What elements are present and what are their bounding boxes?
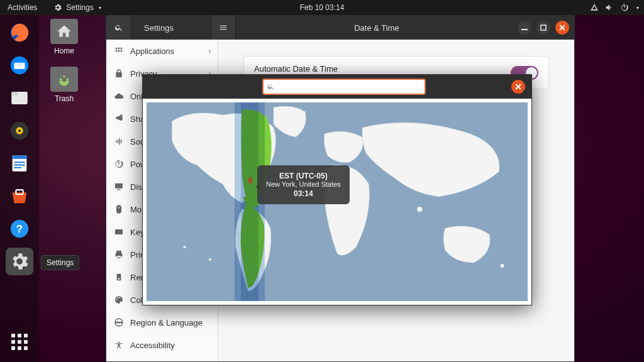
dock-help[interactable]: ? xyxy=(6,215,33,243)
chevron-down-icon: ▾ xyxy=(99,5,101,11)
svg-rect-15 xyxy=(521,29,528,30)
dock-tooltip: Settings xyxy=(41,255,79,270)
window-minimize-button[interactable] xyxy=(518,21,531,35)
window-close-button[interactable] xyxy=(555,21,569,35)
home-folder-icon xyxy=(50,19,78,44)
removable-icon xyxy=(114,272,124,282)
timezone-search-field[interactable] xyxy=(262,79,426,95)
timezone-search-input[interactable] xyxy=(277,82,421,91)
dock-settings[interactable]: Settings xyxy=(6,248,33,275)
timezone-dialog: EST (UTC-05) New York, United States 03:… xyxy=(142,74,532,305)
svg-rect-16 xyxy=(541,25,546,30)
dock-firefox[interactable] xyxy=(6,19,33,47)
desktop-label: Trash xyxy=(55,94,74,103)
dialog-close-button[interactable] xyxy=(511,80,525,94)
row-title: Automatic Date & Time xyxy=(254,64,338,74)
app-menu-label: Settings xyxy=(66,3,93,12)
window-headerbar: Settings Date & Time xyxy=(106,16,574,40)
power-tray-icon xyxy=(620,3,629,12)
share-icon xyxy=(114,114,124,124)
hamburger-menu-button[interactable] xyxy=(211,16,236,40)
dock-rhythmbox[interactable] xyxy=(6,117,33,145)
desktop-trash[interactable]: Trash xyxy=(45,67,83,103)
dialog-headerbar xyxy=(143,75,531,99)
desktop-label: Home xyxy=(54,47,74,55)
sidebar-item-label: Applications xyxy=(130,47,174,56)
volume-icon xyxy=(605,3,614,12)
display-icon xyxy=(114,182,124,192)
svg-point-6 xyxy=(18,129,21,132)
svg-point-17 xyxy=(501,264,504,268)
svg-rect-9 xyxy=(14,162,25,163)
dock-ubuntu-software[interactable] xyxy=(6,182,33,210)
gnome-topbar: Activities Settings ▾ Feb 10 03:14 ▾ xyxy=(0,0,644,15)
accessibility-icon xyxy=(114,340,124,350)
svg-rect-11 xyxy=(14,167,21,168)
search-icon xyxy=(267,83,275,90)
svg-rect-10 xyxy=(14,164,25,165)
window-maximize-button[interactable] xyxy=(536,21,550,35)
trash-icon xyxy=(50,67,78,92)
dock-libreoffice-writer[interactable] xyxy=(6,150,33,177)
popover-tzname: EST (UTC-05) xyxy=(266,172,341,180)
gear-icon xyxy=(53,3,62,12)
sidebar-item-label: Accessibility xyxy=(130,341,175,350)
mouse-icon xyxy=(114,204,124,214)
cloud-icon xyxy=(114,91,124,101)
svg-rect-3 xyxy=(11,92,18,96)
apps-icon xyxy=(114,46,124,56)
svg-point-20 xyxy=(184,246,186,248)
timezone-map[interactable]: EST (UTC-05) New York, United States 03:… xyxy=(147,102,528,301)
apps-grid-icon xyxy=(11,334,28,350)
svg-point-18 xyxy=(417,207,422,212)
svg-rect-8 xyxy=(13,155,27,159)
sidebar-title: Settings xyxy=(144,23,174,33)
keyboard-icon xyxy=(114,227,124,237)
ubuntu-dock: ? Settings xyxy=(0,15,39,362)
chevron-down-icon: ▾ xyxy=(636,5,639,11)
dock-files[interactable] xyxy=(6,84,33,112)
svg-text:?: ? xyxy=(16,223,23,235)
chevron-right-icon: › xyxy=(208,46,211,56)
window-title: Date & Time xyxy=(236,23,518,33)
timezone-popover: EST (UTC-05) New York, United States 03:… xyxy=(257,165,350,204)
topbar-tray[interactable]: ▾ xyxy=(590,3,639,12)
region-icon xyxy=(114,317,124,327)
sidebar-item-applications[interactable]: Applications› xyxy=(106,40,218,62)
svg-point-19 xyxy=(209,258,211,261)
power-icon xyxy=(114,159,124,169)
timezone-band-inner xyxy=(241,102,258,301)
sound-icon xyxy=(114,136,124,146)
sidebar-item-region-language[interactable]: Region & Language xyxy=(106,311,218,334)
printer-icon xyxy=(114,250,124,260)
popover-time: 03:14 xyxy=(266,189,341,198)
lock-icon xyxy=(114,69,124,79)
popover-location: New York, United States xyxy=(266,180,341,188)
desktop-home[interactable]: Home xyxy=(45,19,83,55)
sidebar-item-label: Region & Language xyxy=(130,318,203,327)
activities-button[interactable]: Activities xyxy=(5,3,40,12)
network-icon xyxy=(590,3,599,12)
color-icon xyxy=(114,295,124,305)
sidebar-item-users[interactable]: Users xyxy=(106,356,218,361)
headerbar-search-button[interactable] xyxy=(106,16,131,40)
topbar-clock[interactable]: Feb 10 03:14 xyxy=(297,3,347,12)
show-applications-button[interactable] xyxy=(6,328,33,356)
dock-thunderbird[interactable] xyxy=(6,52,33,79)
sidebar-item-accessibility[interactable]: Accessibility xyxy=(106,334,218,356)
app-menu[interactable]: Settings ▾ xyxy=(51,3,103,12)
desktop-icons: Home Trash xyxy=(45,19,83,103)
